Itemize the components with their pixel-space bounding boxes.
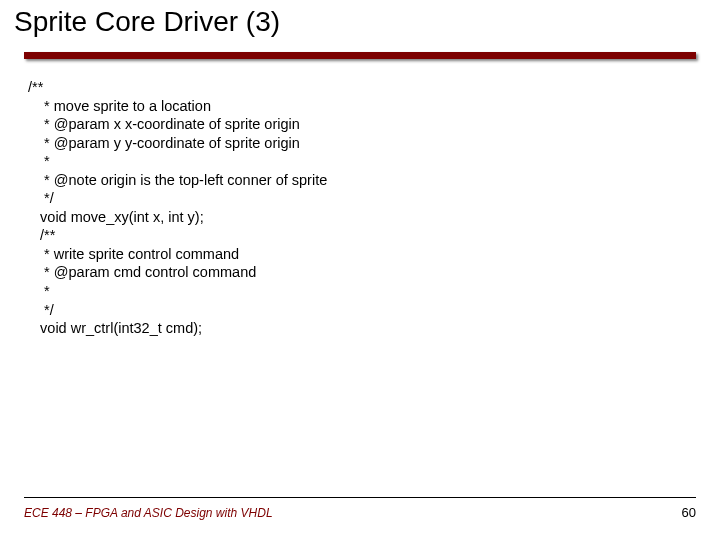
code-line: */ bbox=[28, 189, 688, 208]
code-line: /** bbox=[28, 226, 688, 245]
footer-divider bbox=[24, 497, 696, 498]
code-block: /** * move sprite to a location * @param… bbox=[28, 78, 688, 338]
accent-bar bbox=[24, 52, 696, 59]
page-number: 60 bbox=[682, 505, 696, 520]
code-line: * @param y y-coordinate of sprite origin bbox=[28, 134, 688, 153]
code-line: * @note origin is the top-left conner of… bbox=[28, 171, 688, 190]
code-line: /** bbox=[28, 78, 688, 97]
code-line: void wr_ctrl(int32_t cmd); bbox=[28, 319, 688, 338]
code-line: * @param x x-coordinate of sprite origin bbox=[28, 115, 688, 134]
code-line: * move sprite to a location bbox=[28, 97, 688, 116]
code-line: * bbox=[28, 152, 688, 171]
slide-title: Sprite Core Driver (3) bbox=[14, 6, 280, 38]
code-line: * write sprite control command bbox=[28, 245, 688, 264]
code-line: */ bbox=[28, 301, 688, 320]
code-line: void move_xy(int x, int y); bbox=[28, 208, 688, 227]
slide: Sprite Core Driver (3) /** * move sprite… bbox=[0, 0, 720, 540]
code-line: * bbox=[28, 282, 688, 301]
code-line: * @param cmd control command bbox=[28, 263, 688, 282]
footer-course: ECE 448 – FPGA and ASIC Design with VHDL bbox=[24, 506, 273, 520]
